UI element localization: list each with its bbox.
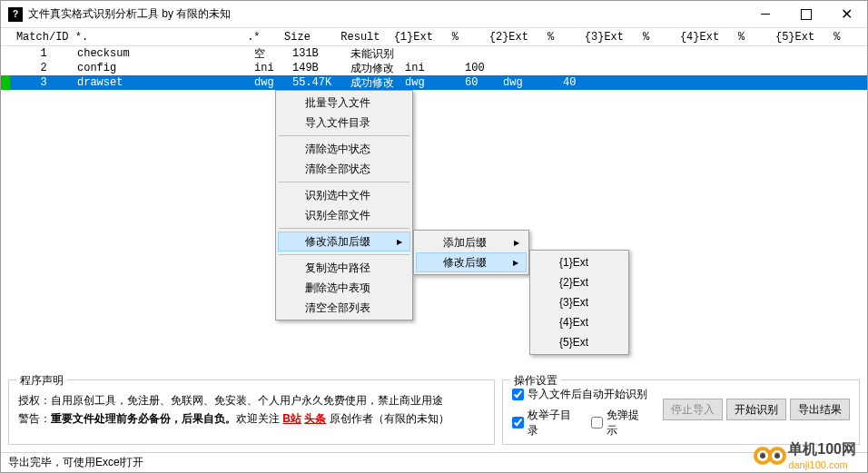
declare-text: 授权：自用原创工具，免注册、免联网、免安装、个人用户永久免费使用，禁止商业用途 … (18, 391, 485, 428)
col-p2[interactable]: % (544, 31, 581, 44)
cb-enum-subdir[interactable]: 枚举子目录 (512, 408, 580, 439)
table-header: Match/ID *. .* Size Result {1}Ext % {2}E… (1, 28, 867, 46)
mi-clear-all-state[interactable]: 清除全部状态 (278, 159, 410, 179)
context-menu-suffix: 添加后缀 修改后缀 (413, 230, 529, 275)
window-title: 文件真实格式识别分析工具 by 有限的未知 (28, 6, 745, 22)
context-menu-ext: {1}Ext {2}Ext {3}Ext {4}Ext {5}Ext (529, 250, 629, 355)
declare-panel: 程序声明 授权：自用原创工具，免注册、免联网、免安装、个人用户永久免费使用，禁止… (8, 379, 495, 445)
table-body: 1checksum空131B未能识别2configini149B成功修改ini1… (1, 46, 867, 90)
mi-copy-path[interactable]: 复制选中路径 (278, 258, 410, 278)
col-e1[interactable]: {1}Ext (390, 31, 449, 44)
watermark-logo-icon (754, 447, 783, 465)
col-p4[interactable]: % (735, 31, 772, 44)
col-p5[interactable]: % (830, 31, 867, 44)
mi-import-dir[interactable]: 导入文件目录 (278, 113, 410, 133)
bilibili-link[interactable]: B站 (282, 412, 301, 425)
ops-checkboxes: 导入文件后自动开始识别 枚举子目录 免弹提示 (512, 387, 648, 439)
mi-identify-sel[interactable]: 识别选中文件 (278, 185, 410, 205)
col-name[interactable]: *. (72, 31, 243, 44)
window-buttons: ✕ (745, 1, 867, 27)
minimize-button[interactable] (745, 1, 785, 27)
table-area: Match/ID *. .* Size Result {1}Ext % {2}E… (1, 28, 867, 372)
ops-title: 操作设置 (510, 373, 561, 389)
table-row[interactable]: 3drawsetdwg55.47K成功修改dwg60dwg40 (1, 75, 867, 90)
col-e4[interactable]: {4}Ext (676, 31, 735, 44)
watermark-url: danji100.com (788, 459, 856, 470)
mi-change-suffix[interactable]: 修改后缀 (416, 252, 527, 272)
menu-sep (279, 254, 409, 255)
titlebar: ? 文件真实格式识别分析工具 by 有限的未知 ✕ (1, 1, 867, 28)
col-e3[interactable]: {3}Ext (581, 31, 639, 44)
mi-batch-import[interactable]: 批量导入文件 (278, 93, 410, 113)
ops-panel: 操作设置 导入文件后自动开始识别 枚举子目录 免弹提示 停止导入 开始识别 导出… (502, 379, 860, 445)
mi-delete-sel[interactable]: 删除选中表项 (278, 278, 410, 298)
col-e2[interactable]: {2}Ext (486, 31, 544, 44)
table-row[interactable]: 1checksum空131B未能识别 (1, 46, 867, 61)
table-row[interactable]: 2configini149B成功修改ini100 (1, 61, 867, 75)
context-menu-main: 批量导入文件 导入文件目录 清除选中状态 清除全部状态 识别选中文件 识别全部文… (275, 90, 413, 320)
watermark: 单机100网 danji100.com (754, 440, 856, 470)
start-identify-button[interactable]: 开始识别 (726, 399, 786, 420)
mi-clear-list[interactable]: 清空全部列表 (278, 298, 410, 318)
mi-clear-sel-state[interactable]: 清除选中状态 (278, 139, 410, 159)
stop-import-button[interactable]: 停止导入 (663, 399, 723, 420)
mi-add-suffix[interactable]: 添加后缀 (416, 232, 527, 252)
menu-sep (279, 228, 409, 229)
col-result[interactable]: Result (337, 31, 390, 44)
maximize-button[interactable] (785, 1, 826, 27)
bottom-panel: 程序声明 授权：自用原创工具，免注册、免联网、免安装、个人用户永久免费使用，禁止… (8, 379, 860, 445)
app-icon: ? (8, 7, 23, 22)
mi-ext2[interactable]: {2}Ext (532, 272, 626, 292)
status-bar: 导出完毕，可使用Excel打开 (1, 452, 867, 472)
export-result-button[interactable]: 导出结果 (790, 399, 850, 420)
declare-line2: 警告：重要文件处理前务必备份，后果自负。欢迎关注 B站 头条 原创作者（有限的未… (18, 409, 485, 428)
declare-line1: 授权：自用原创工具，免注册、免联网、免安装、个人用户永久免费使用，禁止商业用途 (18, 391, 485, 409)
status-text: 导出完毕，可使用Excel打开 (8, 455, 143, 470)
mi-ext4[interactable]: {4}Ext (532, 312, 626, 332)
close-button[interactable]: ✕ (826, 1, 867, 27)
watermark-title: 单机100网 (788, 440, 856, 459)
menu-sep (279, 182, 409, 182)
cb-no-popup[interactable]: 免弹提示 (591, 408, 648, 439)
mi-ext1[interactable]: {1}Ext (532, 252, 626, 272)
col-p3[interactable]: % (639, 31, 676, 44)
col-match[interactable]: Match/ID (10, 31, 72, 44)
mi-modify-suffix[interactable]: 修改添加后缀 (278, 232, 410, 251)
declare-title: 程序声明 (16, 373, 67, 389)
col-e5[interactable]: {5}Ext (772, 31, 830, 44)
mi-identify-all[interactable]: 识别全部文件 (278, 205, 410, 225)
toutiao-link[interactable]: 头条 (304, 412, 326, 425)
col-size[interactable]: Size (281, 31, 337, 44)
col-p1[interactable]: % (449, 31, 486, 44)
cb-auto-identify[interactable]: 导入文件后自动开始识别 (512, 387, 648, 402)
menu-sep (279, 135, 409, 136)
mi-ext3[interactable]: {3}Ext (532, 292, 626, 312)
mi-ext5[interactable]: {5}Ext (532, 332, 626, 352)
col-star[interactable]: .* (243, 31, 281, 44)
